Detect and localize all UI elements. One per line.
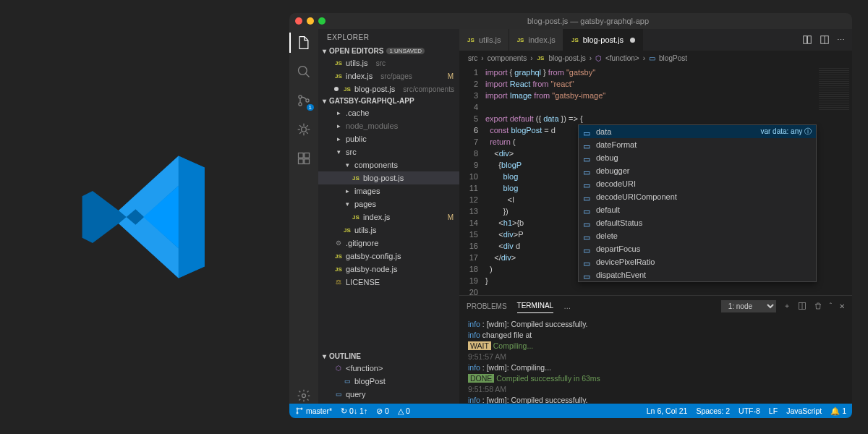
suggest-item[interactable]: ▭datavar data: any ⓘ <box>579 125 816 138</box>
encoding[interactable]: UTF-8 <box>739 407 760 415</box>
open-editor-item[interactable]: JSblog-post.js src/components <box>318 82 459 95</box>
more-icon[interactable]: ⋯ <box>837 35 845 45</box>
split-terminal-icon[interactable] <box>798 302 807 310</box>
suggest-item[interactable]: ▭debugger <box>579 164 816 177</box>
cursor-position[interactable]: Ln 6, Col 21 <box>647 407 688 415</box>
status-errors[interactable]: ⊘ 0 <box>376 407 389 415</box>
search-icon[interactable] <box>296 64 312 80</box>
close-icon[interactable] <box>295 17 302 25</box>
git-branch[interactable]: master* <box>295 407 332 415</box>
intellisense-popup[interactable]: ▭datavar data: any ⓘ▭dateFormat▭debug▭de… <box>578 124 817 282</box>
file-gatsby-node[interactable]: JSgatsby-node.js <box>318 263 459 276</box>
minimap[interactable] <box>816 65 852 295</box>
svg-rect-7 <box>305 159 310 164</box>
svg-point-4 <box>302 127 307 132</box>
kill-terminal-icon[interactable] <box>814 302 822 310</box>
sidebar-title: EXPLORER <box>318 29 459 46</box>
notifications-icon[interactable]: 🔔1 <box>830 407 846 416</box>
suggest-item[interactable]: ▭dispatchEvent <box>579 268 816 281</box>
maximize-panel-icon[interactable]: ˆ <box>830 302 832 310</box>
explorer-icon[interactable] <box>296 35 312 51</box>
window-title: blog-post.js — gatsby-graphql-app <box>330 17 846 25</box>
eol[interactable]: LF <box>769 407 778 415</box>
indent-setting[interactable]: Spaces: 2 <box>696 407 730 415</box>
titlebar[interactable]: blog-post.js — gatsby-graphql-app <box>289 13 852 29</box>
panel-tab-terminal[interactable]: TERMINAL <box>517 299 554 313</box>
svg-rect-6 <box>299 159 304 164</box>
suggest-item[interactable]: ▭delete <box>579 229 816 242</box>
svg-point-1 <box>299 95 302 98</box>
svg-rect-10 <box>804 36 807 44</box>
terminal-select[interactable]: 1: node <box>721 300 776 312</box>
svg-point-14 <box>297 408 298 409</box>
status-warnings[interactable]: △ 0 <box>398 407 410 415</box>
settings-icon[interactable] <box>296 388 312 404</box>
svg-point-9 <box>302 394 306 398</box>
file-license[interactable]: ⚖LICENSE <box>318 276 459 289</box>
sidebar: EXPLORER ▾ OPEN EDITORS 1 UNSAVED JSutil… <box>318 29 459 404</box>
outline-item[interactable]: ⬡<function> <box>318 362 459 375</box>
suggest-item[interactable]: ▭defaultStatus <box>579 216 816 229</box>
terminal-output[interactable]: info : [wdm]: Compiled successfully.info… <box>459 316 852 404</box>
project-section[interactable]: ▾ GATSBY-GRAPHQL-APP <box>318 95 459 106</box>
suggest-item[interactable]: ▭decodeURIComponent <box>579 190 816 203</box>
suggest-item[interactable]: ▭departFocus <box>579 242 816 255</box>
debug-icon[interactable] <box>296 122 312 137</box>
outline-section[interactable]: ▾ OUTLINE <box>318 351 459 362</box>
vscode-logo <box>0 152 289 282</box>
folder-pages[interactable]: ▾pages <box>318 197 459 210</box>
new-terminal-icon[interactable]: ＋ <box>783 301 791 311</box>
compare-icon[interactable] <box>802 35 812 45</box>
svg-point-0 <box>299 67 307 75</box>
split-icon[interactable] <box>820 35 830 45</box>
svg-point-15 <box>297 412 298 414</box>
svg-point-2 <box>299 103 302 106</box>
git-sync[interactable]: ↻ 0↓ 1↑ <box>341 407 367 415</box>
folder-node-modules[interactable]: ▸node_modules <box>318 119 459 132</box>
language-mode[interactable]: JavaScript <box>786 407 822 415</box>
file-gatsby-config[interactable]: JSgatsby-config.js <box>318 250 459 263</box>
folder-images[interactable]: ▸images <box>318 184 459 197</box>
suggest-item[interactable]: ▭devicePixelRatio <box>579 255 816 268</box>
file-utils[interactable]: JSutils.js <box>318 224 459 237</box>
open-editor-item[interactable]: JSindex.js src/pagesM <box>318 69 459 82</box>
file-gitignore[interactable]: ⚙.gitignore <box>318 237 459 250</box>
svg-point-3 <box>306 99 309 102</box>
open-editor-item[interactable]: JSutils.js src <box>318 56 459 69</box>
file-blog-post[interactable]: JSblog-post.js <box>318 171 459 184</box>
extensions-icon[interactable] <box>296 150 312 166</box>
tab-index[interactable]: JSindex.js <box>509 29 563 51</box>
suggest-item[interactable]: ▭default <box>579 203 816 216</box>
suggest-item[interactable]: ▭decodeURI <box>579 177 816 190</box>
outline-item[interactable]: ▭blogPost <box>318 375 459 388</box>
file-index[interactable]: JSindex.jsM <box>318 210 459 224</box>
bottom-panel: PROBLEMS TERMINAL … 1: node ＋ ˆ ✕ info :… <box>459 295 852 404</box>
suggest-item[interactable]: ▭dateFormat <box>579 138 816 151</box>
suggest-item[interactable]: ▭debug <box>579 151 816 164</box>
folder-public[interactable]: ▸public <box>318 132 459 145</box>
code-editor[interactable]: 1234567891011121314151617181920 import {… <box>459 65 852 295</box>
panel-tab-more[interactable]: … <box>563 299 571 313</box>
svg-rect-8 <box>305 153 310 158</box>
activity-bar: 1 <box>289 29 318 404</box>
folder-src[interactable]: ▾src <box>318 145 459 158</box>
close-panel-icon[interactable]: ✕ <box>839 302 845 310</box>
minimize-icon[interactable] <box>307 17 314 25</box>
svg-rect-11 <box>808 36 812 44</box>
panel-tab-problems[interactable]: PROBLEMS <box>467 299 507 313</box>
vscode-window: blog-post.js — gatsby-graphql-app 1 EXPL… <box>289 13 852 418</box>
maximize-icon[interactable] <box>318 17 326 25</box>
status-bar: master* ↻ 0↓ 1↑ ⊘ 0 △ 0 Ln 6, Col 21 Spa… <box>289 404 852 418</box>
open-editors-section[interactable]: ▾ OPEN EDITORS 1 UNSAVED <box>318 46 459 56</box>
tab-blog-post[interactable]: JSblog-post.js <box>563 29 643 51</box>
editor-tabs: JSutils.js JSindex.js JSblog-post.js ⋯ <box>459 29 852 51</box>
folder-cache[interactable]: ▸.cache <box>318 106 459 119</box>
scm-icon[interactable]: 1 <box>296 93 312 109</box>
svg-rect-5 <box>299 153 304 158</box>
outline-item[interactable]: ▭query <box>318 388 459 401</box>
tab-utils[interactable]: JSutils.js <box>459 29 509 51</box>
breadcrumb[interactable]: src›components›JSblog-post.js›⬡<function… <box>459 51 852 65</box>
folder-components[interactable]: ▾components <box>318 158 459 171</box>
